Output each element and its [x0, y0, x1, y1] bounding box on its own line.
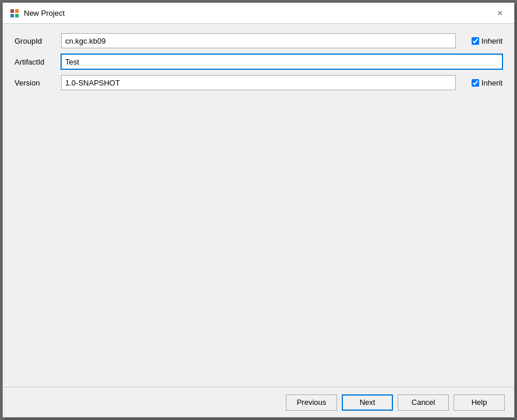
groupid-input-wrapper — [61, 33, 456, 48]
help-button[interactable]: Help — [454, 394, 505, 411]
svg-rect-0 — [10, 9, 14, 13]
next-button[interactable]: Next — [342, 394, 393, 411]
version-row: Version Inherit — [15, 75, 502, 90]
svg-rect-1 — [15, 9, 19, 13]
groupid-inherit-checkbox[interactable] — [472, 37, 479, 45]
groupid-row: GroupId Inherit — [15, 33, 502, 48]
artifactid-row: ArtifactId — [15, 54, 502, 69]
cancel-button[interactable]: Cancel — [398, 394, 449, 411]
version-inherit-wrapper: Inherit — [456, 79, 502, 87]
version-inherit-label[interactable]: Inherit — [481, 79, 502, 87]
dialog-footer: Previous Next Cancel Help — [3, 387, 514, 417]
dialog-body: GroupId Inherit ArtifactId Version — [3, 24, 514, 387]
version-input[interactable] — [61, 75, 456, 90]
version-input-wrapper — [61, 75, 456, 90]
svg-rect-3 — [15, 14, 19, 17]
previous-button[interactable]: Previous — [286, 394, 337, 411]
groupid-input[interactable] — [61, 33, 456, 48]
content-area — [15, 96, 502, 378]
title-bar-left: New Project — [10, 9, 65, 18]
groupid-label: GroupId — [15, 37, 61, 45]
version-label: Version — [15, 79, 61, 87]
artifactid-input-wrapper — [61, 54, 502, 69]
title-bar: New Project × — [3, 3, 514, 24]
app-icon — [10, 9, 19, 18]
version-inherit-checkbox[interactable] — [472, 79, 479, 87]
groupid-inherit-wrapper: Inherit — [456, 37, 502, 45]
svg-rect-2 — [10, 14, 14, 17]
close-button[interactable]: × — [493, 6, 507, 20]
groupid-inherit-label[interactable]: Inherit — [481, 37, 502, 45]
artifactid-input[interactable] — [61, 54, 502, 69]
new-project-dialog: New Project × GroupId Inherit ArtifactId… — [2, 2, 515, 418]
artifactid-label: ArtifactId — [15, 58, 61, 66]
dialog-title: New Project — [24, 9, 65, 17]
